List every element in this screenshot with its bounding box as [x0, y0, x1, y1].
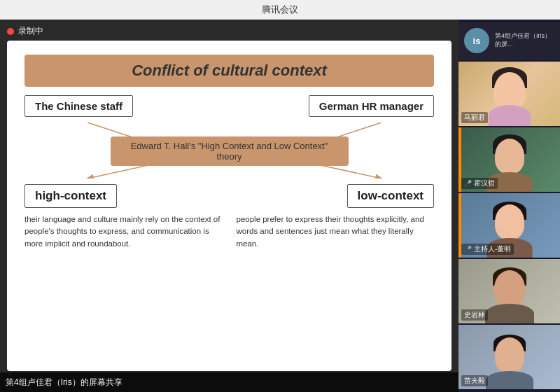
slide-top-row: The Chinese staff German HR manager	[24, 95, 434, 117]
participant-tile-4[interactable]: 史岩林	[458, 259, 560, 323]
participant-tile-5[interactable]: 苗夫毅	[458, 325, 560, 389]
avatar-0: is	[464, 28, 489, 53]
slide-title: Conflict of cultural context	[132, 62, 327, 79]
title-bar: 腾讯会议	[0, 0, 560, 20]
title-bar-text: 腾讯会议	[262, 4, 298, 16]
high-context-label: high-context	[24, 184, 117, 208]
main-layout: 录制中 Conflict of cultural context The Chi…	[0, 20, 560, 392]
participant-name-3: 🎤 主持人-董明	[461, 244, 514, 255]
sidebar: is 第4组卢佳君（Iris）的屏... 马丽君 🎤 霍汉哲	[458, 20, 560, 392]
left-description: their language and culture mainly rely o…	[24, 214, 223, 357]
desc-row: their language and culture mainly rely o…	[24, 214, 434, 357]
recording-dot	[7, 28, 14, 35]
participant-name-0: 第4组卢佳君（Iris）的屏...	[495, 32, 554, 48]
recording-text: 录制中	[18, 25, 43, 37]
participant-tile-0[interactable]: is 第4组卢佳君（Iris）的屏...	[458, 22, 560, 60]
theory-box: Edward T. Hall's "High Context and Low C…	[111, 136, 349, 166]
participant-name-1: 马丽君	[461, 112, 488, 123]
context-row: high-context low-context	[24, 184, 434, 208]
connector-section: Edward T. Hall's "High Context and Low C…	[24, 122, 434, 178]
slide: Conflict of cultural context The Chinese…	[7, 41, 451, 371]
slide-title-box: Conflict of cultural context	[24, 55, 434, 87]
participant-tile-1[interactable]: 马丽君	[458, 62, 560, 126]
participant-name-5: 苗夫毅	[461, 375, 488, 386]
chinese-staff-label: The Chinese staff	[24, 95, 133, 117]
participant-name-2: 🎤 霍汉哲	[461, 178, 498, 189]
participant-name-4: 史岩林	[461, 309, 488, 321]
theory-box-wrapper: Edward T. Hall's "High Context and Low C…	[111, 136, 349, 166]
right-description: people prefer to express their thoughts …	[237, 214, 435, 357]
bottom-bar-text: 第4组卢佳君（Iris）的屏幕共享	[6, 377, 122, 388]
presentation-area: 录制中 Conflict of cultural context The Chi…	[0, 20, 458, 392]
bottom-bar: 第4组卢佳君（Iris）的屏幕共享	[0, 372, 458, 392]
german-hr-label: German HR manager	[309, 95, 434, 117]
participant-tile-2[interactable]: 🎤 霍汉哲	[458, 127, 560, 192]
low-context-label: low-context	[347, 184, 434, 208]
slide-body: The Chinese staff German HR manager	[24, 95, 434, 357]
recording-bar: 录制中	[7, 25, 43, 37]
participant-tile-3[interactable]: 🎤 主持人-董明	[458, 193, 560, 258]
